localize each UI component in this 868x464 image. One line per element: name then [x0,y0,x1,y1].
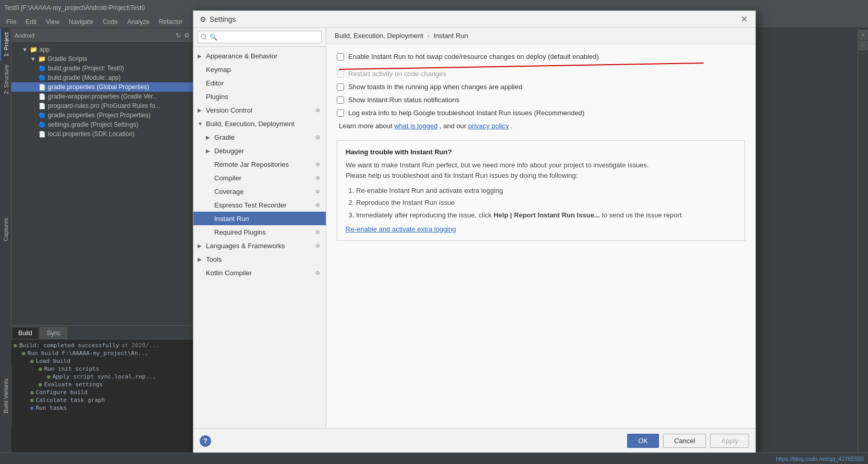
menu-analyze[interactable]: Analyze [123,17,154,27]
nav-tools[interactable]: ▶ Tools [193,252,326,266]
dialog-footer: ? OK Cancel Apply [193,428,755,453]
nav-appearance-behavior[interactable]: ▶ Appearance & Behavior [193,49,326,63]
nav-version-control[interactable]: ▶ Version Control ⚙ [193,103,326,117]
build-line-9: ● Run tasks [14,404,202,412]
settings-nav: ▶ Appearance & Behavior Keymap Editor [193,47,326,428]
trouble-step-2: Reproduce the Instant Run issue [356,197,736,209]
content-breadcrumb: Build, Execution, Deployment › Instant R… [326,28,755,44]
strip-btn-1[interactable]: ≡ [859,30,868,40]
menu-code[interactable]: Code [99,17,122,27]
captures-tab[interactable]: Captures [3,218,9,241]
dialog-close-button[interactable]: ✕ [739,14,749,25]
nav-remote-jar[interactable]: Remote Jar Repositories ⚙ [193,157,326,171]
learn-more-suffix: . [511,122,513,130]
tree-item-build-gradle-project[interactable]: 🔵 build.gradle (Project: Test0) [11,64,204,73]
label-log-extra: Log extra info to help Google troublesho… [348,109,584,117]
settings-content: Build, Execution, Deployment › Instant R… [326,28,755,428]
tree-item-build-gradle-app[interactable]: 🔵 build.gradle (Module: app) [11,73,204,82]
learn-more-link1[interactable]: what is logged [394,122,437,130]
nav-label-kotlin: Kotlin Compiler [206,269,252,277]
breadcrumb-arrow: › [427,32,429,40]
nav-label-remote-jar: Remote Jar Repositories [214,161,289,168]
trouble-link[interactable]: Re-enable and activate extra logging [346,225,456,233]
dialog-titlebar: ⚙ Settings ✕ [193,11,755,28]
nav-label-debugger: Debugger [214,147,244,155]
nav-coverage[interactable]: Coverage ⚙ [193,185,326,198]
checkbox-show-status[interactable] [337,96,344,104]
checkbox-enable-instant-run[interactable] [337,53,344,60]
tree-item-gradle-wrapper[interactable]: 📄 gradle-wrapper.properties (Gradle Ver.… [11,92,204,101]
tab-project[interactable]: 1: Project [0,28,11,60]
nav-kotlin-compiler[interactable]: Kotlin Compiler ⚙ [193,266,326,279]
learn-more-link2[interactable]: privacy policy [468,122,509,130]
nav-label-editor: Editor [206,79,224,87]
tab-sync[interactable]: Sync [40,327,68,339]
settings-search-input[interactable] [198,31,322,43]
nav-languages[interactable]: ▶ Languages & Frameworks ⚙ [193,239,326,252]
checkbox-show-toasts[interactable] [337,83,344,91]
option-restart-activity: Restart activity on code changes [337,70,745,78]
checkbox-restart-activity[interactable] [337,70,344,78]
ok-button[interactable]: OK [627,434,659,448]
tree-item-settings-gradle[interactable]: 🔵 settings.gradle (Project Settings) [11,120,204,129]
trouble-intro2: Please help us troubleshoot and fix Inst… [346,170,736,181]
menu-edit[interactable]: Edit [21,17,41,27]
settings-icon[interactable]: ⚙ [184,32,190,39]
option-show-toasts: Show toasts in the running app when chan… [337,83,745,91]
tree-item-app[interactable]: ▼ 📁 app [11,45,204,54]
tree-item-gradle-properties[interactable]: 📄 gradle.properties (Global Properties) [11,82,204,92]
strip-btn-2[interactable]: □ [859,41,868,50]
nav-compiler[interactable]: Compiler ⚙ [193,171,326,185]
option-show-status: Show Instant Run status notifications [337,96,745,104]
tree-item-local-properties[interactable]: 📄 local.properties (SDK Location) [11,129,204,139]
menu-file[interactable]: File [2,17,20,27]
build-line-1: ● Build: completed successfully at 2020/… [14,341,202,349]
nav-label-coverage: Coverage [214,188,243,196]
menu-navigate[interactable]: Navigate [65,17,97,27]
nav-label-gradle: Gradle [214,133,235,141]
tab-structure[interactable]: 2: Structure [0,60,11,99]
settings-gear-icon: ⚙ [200,15,206,23]
learn-more-prefix: Learn more about [339,122,394,130]
trouble-title: Having trouble with Instant Run? [346,148,736,156]
nav-debugger[interactable]: ▶ Debugger [193,144,326,157]
apply-button[interactable]: Apply [710,434,749,448]
ide-title: Test0 [F:\AAAAA-my_project\Android-Proje… [4,4,145,11]
sync-icon[interactable]: ↻ [176,32,181,39]
tab-build[interactable]: Build [11,327,39,339]
tree-item-gradle-scripts[interactable]: ▼ 📁 Gradle Scripts [11,54,204,64]
content-area: Enable Instant Run to hot swap code/reso… [326,44,755,428]
ide-background: Test0 [F:\AAAAA-my_project\Android-Proje… [0,0,868,464]
tree-item-gradle-properties-proj[interactable]: 🔵 gradle.properties (Project Properties) [11,111,204,120]
nav-editor[interactable]: Editor [193,76,326,90]
trouble-box: Having trouble with Instant Run? We want… [337,140,745,241]
android-label: Android [15,32,34,39]
nav-gradle[interactable]: ▶ Gradle ⚙ [193,130,326,144]
build-variants-tab[interactable]: Build Variants [3,378,9,413]
nav-required-plugins[interactable]: Required Plugins ⚙ [193,225,326,239]
nav-instant-run[interactable]: Instant Run [193,212,326,225]
trouble-step-3: Immediately after reproducing the issue,… [356,209,736,221]
nav-espresso[interactable]: Espresso Test Recorder ⚙ [193,198,326,212]
cancel-button[interactable]: Cancel [663,434,706,448]
menu-view[interactable]: View [42,17,64,27]
option-log-extra: Log extra info to help Google troublesho… [337,109,745,117]
ide-bottom-panel: Build Sync ● Build: completed successful… [11,325,204,464]
settings-sidebar: ▶ Appearance & Behavior Keymap Editor [193,28,326,428]
statusbar: https://blog.csdn.net/qq_42765550 [0,453,868,464]
statusbar-url: https://blog.csdn.net/qq_42765550 [776,456,864,462]
build-line-8: ● Calculate task graph [14,396,202,404]
help-button[interactable]: ? [200,435,211,447]
checkbox-log-extra[interactable] [337,109,344,117]
red-strikethrough-decoration [339,63,704,70]
panel-toolbar: Android ↻ ⚙ 📌 [11,28,204,43]
nav-label-required-plugins: Required Plugins [214,228,266,236]
nav-plugins[interactable]: Plugins [193,90,326,103]
nav-label-compiler: Compiler [214,174,241,182]
label-show-status: Show Instant Run status notifications [348,96,459,104]
label-show-toasts: Show toasts in the running app when chan… [348,83,522,91]
nav-keymap[interactable]: Keymap [193,63,326,76]
nav-build-execution[interactable]: ▼ Build, Execution, Deployment [193,117,326,130]
tree-item-proguard[interactable]: 📄 proguard-rules.pro (ProGuard Rules fo.… [11,101,204,111]
menu-refactor[interactable]: Refactor [155,17,187,27]
